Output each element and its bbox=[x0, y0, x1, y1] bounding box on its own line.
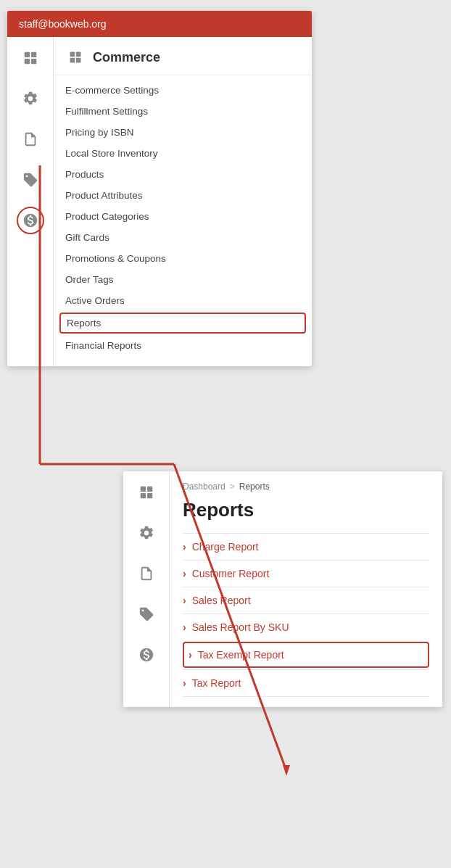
report-sales-label: Sales Report bbox=[192, 595, 251, 606]
svg-marker-15 bbox=[283, 765, 290, 776]
svg-rect-4 bbox=[70, 52, 75, 57]
svg-rect-3 bbox=[30, 59, 36, 64]
svg-rect-7 bbox=[76, 58, 81, 63]
breadcrumb-current: Reports bbox=[239, 481, 270, 492]
report-sales[interactable]: › Sales Report bbox=[183, 587, 429, 613]
commerce-menu-header: Commerce bbox=[54, 47, 312, 75]
top-body: Commerce E-commerce Settings Fulfillment… bbox=[7, 37, 312, 366]
breadcrumb-separator: > bbox=[230, 481, 235, 492]
sidebar-icons-top bbox=[7, 37, 54, 366]
svg-rect-11 bbox=[146, 493, 152, 498]
top-header: staff@bookweb.org bbox=[7, 11, 312, 37]
bottom-body: Dashboard > Reports Reports › Charge Rep… bbox=[123, 471, 442, 707]
svg-rect-9 bbox=[146, 487, 152, 492]
tag-nav-icon-b[interactable] bbox=[133, 600, 160, 628]
menu-local-store[interactable]: Local Store Inventory bbox=[54, 143, 312, 164]
chevron-icon: › bbox=[183, 541, 186, 553]
report-customer[interactable]: › Customer Report bbox=[183, 560, 429, 587]
menu-products[interactable]: Products bbox=[54, 164, 312, 185]
report-customer-label: Customer Report bbox=[192, 568, 270, 579]
breadcrumb-home[interactable]: Dashboard bbox=[183, 481, 226, 492]
breadcrumb: Dashboard > Reports bbox=[183, 481, 429, 492]
svg-rect-10 bbox=[140, 493, 145, 498]
settings-nav-icon[interactable] bbox=[17, 85, 44, 112]
menu-pricing-isbn[interactable]: Pricing by ISBN bbox=[54, 122, 312, 143]
commerce-menu: Commerce E-commerce Settings Fulfillment… bbox=[54, 37, 312, 366]
sidebar-icons-bottom bbox=[123, 471, 170, 707]
menu-ecommerce-settings[interactable]: E-commerce Settings bbox=[54, 80, 312, 101]
svg-rect-5 bbox=[76, 52, 81, 57]
report-tax-exempt-label: Tax Exempt Report bbox=[198, 649, 284, 661]
file-nav-icon-b[interactable] bbox=[133, 560, 160, 587]
svg-rect-2 bbox=[24, 59, 29, 64]
commerce-menu-title: Commerce bbox=[93, 50, 160, 65]
commerce-nav-icon-b[interactable] bbox=[133, 641, 160, 669]
menu-product-attributes[interactable]: Product Attributes bbox=[54, 185, 312, 206]
page-title: Reports bbox=[183, 499, 429, 521]
svg-rect-0 bbox=[24, 52, 29, 57]
chevron-icon: › bbox=[183, 568, 186, 579]
reports-content: Dashboard > Reports Reports › Charge Rep… bbox=[170, 471, 442, 707]
report-tax[interactable]: › Tax Report bbox=[183, 669, 429, 697]
report-sales-sku[interactable]: › Sales Report By SKU bbox=[183, 613, 429, 640]
dashboard-nav-icon-b[interactable] bbox=[133, 479, 160, 506]
menu-gift-cards[interactable]: Gift Cards bbox=[54, 227, 312, 248]
chevron-icon: › bbox=[183, 621, 186, 633]
menu-promotions-coupons[interactable]: Promotions & Coupons bbox=[54, 248, 312, 269]
chevron-icon: › bbox=[189, 649, 192, 661]
commerce-nav-icon[interactable] bbox=[17, 207, 44, 234]
user-email: staff@bookweb.org bbox=[19, 18, 107, 30]
settings-nav-icon-b[interactable] bbox=[133, 519, 160, 547]
svg-rect-8 bbox=[140, 487, 145, 492]
report-tax-exempt[interactable]: › Tax Exempt Report bbox=[183, 642, 429, 668]
menu-financial-reports[interactable]: Financial Reports bbox=[54, 335, 312, 356]
bottom-panel: Dashboard > Reports Reports › Charge Rep… bbox=[123, 471, 442, 707]
report-charge[interactable]: › Charge Report bbox=[183, 533, 429, 560]
menu-order-tags[interactable]: Order Tags bbox=[54, 269, 312, 290]
svg-rect-6 bbox=[70, 58, 75, 63]
chevron-icon: › bbox=[183, 677, 186, 689]
report-sales-sku-label: Sales Report By SKU bbox=[192, 621, 289, 633]
file-nav-icon[interactable] bbox=[17, 125, 44, 153]
svg-rect-1 bbox=[30, 52, 36, 57]
menu-reports[interactable]: Reports bbox=[59, 313, 306, 334]
tag-nav-icon[interactable] bbox=[17, 166, 44, 194]
top-panel: staff@bookweb.org bbox=[7, 11, 312, 366]
report-tax-label: Tax Report bbox=[192, 677, 241, 689]
menu-fulfillment-settings[interactable]: Fulfillment Settings bbox=[54, 101, 312, 122]
dashboard-nav-icon[interactable] bbox=[17, 44, 44, 72]
commerce-menu-icon bbox=[65, 47, 86, 67]
menu-product-categories[interactable]: Product Categories bbox=[54, 206, 312, 227]
chevron-icon: › bbox=[183, 595, 186, 606]
report-charge-label: Charge Report bbox=[192, 541, 259, 553]
menu-active-orders[interactable]: Active Orders bbox=[54, 290, 312, 311]
